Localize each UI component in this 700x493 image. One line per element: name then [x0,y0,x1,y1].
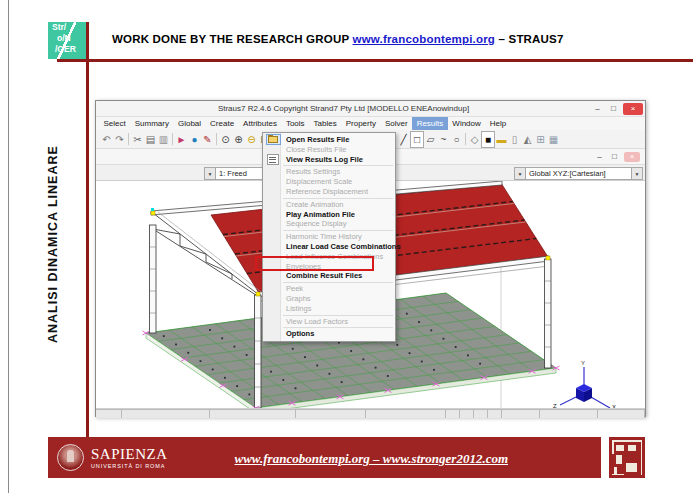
menu-item-view-results-log-file[interactable]: View Results Log File [263,155,395,165]
axis-triad: Y Z X [553,360,616,409]
folder-tool-icon[interactable]: ▬ [495,132,508,147]
beam-tool-icon[interactable]: ╱ [397,132,410,147]
toolbar-separator [465,133,466,145]
fb-stamp-logo [609,437,645,478]
menu-item-close-results-file: Close Results File [263,145,395,155]
menu-item-listings: Listings [263,304,395,314]
view-globe-icon[interactable]: ● [188,132,201,147]
quad-tool-icon[interactable]: ▱ [424,132,437,147]
combo-dropdown-icon[interactable]: ▼ [204,167,216,180]
circle-tool-icon[interactable]: ○ [450,132,463,147]
status-cell [296,409,366,418]
menu-attributes[interactable]: Attributes [239,117,282,130]
presentation-slide: Str/ o/N /GER WORK DONE BY THE RESEARCH … [0,0,700,493]
menu-summary[interactable]: Summary [130,117,173,130]
slide-title: WORK DONE BY THE RESEARCH GROUP www.fran… [112,33,687,45]
menu-property[interactable]: Property [341,117,380,130]
redo-icon[interactable]: ↷ [113,132,126,147]
status-cell [96,409,122,418]
slide-left-edge [8,0,9,493]
results-dropdown-menu: Open Results File Close Results File Vie… [262,132,396,342]
coord-system-value[interactable]: Global XYZ:[Cartesian] [526,167,638,180]
grid-tool-icon[interactable]: ⊞ [534,132,547,147]
axis-label-x: X [612,404,616,409]
draw-pencil-icon[interactable]: ✎ [201,132,214,147]
plate-tool-icon[interactable]: □ [410,131,424,148]
copy-icon[interactable]: ▤ [144,132,157,147]
cylinder-tool-icon[interactable]: ▯ [508,132,521,147]
menu-results[interactable]: Results [412,117,448,130]
doc-maximize-button[interactable]: □ [609,152,620,161]
status-cell [446,409,460,418]
menu-help[interactable]: Help [485,117,510,130]
menu-item-options[interactable]: Options [263,329,395,339]
slide-title-text: WORK DONE BY THE RESEARCH GROUP [112,33,349,45]
zoom-window-icon[interactable]: ⊙ [219,132,232,147]
combo-dropdown-icon[interactable]: ▼ [514,167,526,180]
close-button[interactable]: × [623,103,643,115]
menu-bar: Select Summary Global Create Attributes … [96,117,645,130]
status-cell [210,409,296,418]
menu-separator [283,282,393,283]
stronger-logo-line2: o/N [48,33,86,44]
stronger-logo-line1: Str/ [48,22,86,33]
menu-window[interactable]: Window [448,117,485,130]
status-cell [366,409,446,418]
menu-solver[interactable]: Solver [380,117,412,130]
paste-icon[interactable]: ▥ [157,132,170,147]
header-rule [57,59,693,62]
menu-item-view-load-factors: View Load Factors [263,317,395,327]
status-cell [122,409,210,418]
menu-global[interactable]: Global [173,117,205,130]
zoom-out-icon[interactable]: ⊖ [245,132,258,147]
erase-tool-icon[interactable]: ◇ [468,132,481,147]
menu-tools[interactable]: Tools [281,117,309,130]
header-link[interactable]: www.francobontempi.org [352,33,495,45]
side-section-label: ANALISI DINAMICA LINEARE [46,130,60,358]
stronger-logo: Str/ o/N /GER [48,22,86,59]
open-folder-icon [265,135,279,144]
minimize-button[interactable]: – [591,104,604,113]
axis-label-y: Y [581,360,585,366]
select-pointer-icon[interactable]: ► [175,132,188,147]
maximize-button[interactable]: □ [607,104,620,113]
cut-icon[interactable]: ✂ [131,132,144,147]
sapienza-emblem [57,444,84,471]
menu-item-displacement-scale: Displacement Scale [263,177,395,187]
menu-tables[interactable]: Tables [309,117,341,130]
menu-create[interactable]: Create [206,117,239,130]
doc-minimize-button[interactable]: – [594,152,605,161]
menu-item-graphs: Graphs [263,294,395,304]
status-cell [598,409,645,418]
footer-band: SAPIENZA UNIVERSITÀ DI ROMA www.francobo… [48,437,601,478]
extra-combo-arrow[interactable]: ▼ [631,167,643,180]
menu-separator [283,230,393,231]
university-name: SAPIENZA [91,447,168,462]
window-title: Straus7 R2.4.6 Copyright Strand7 Pty Ltd… [96,104,591,113]
menu-item-combine-result-files[interactable]: Combine Result Files [263,271,395,281]
coord-system-combo[interactable]: ▼ Global XYZ:[Cartesian] [514,167,638,180]
spline-tool-icon[interactable]: ~ [437,132,450,147]
doc-close-button[interactable]: × [624,152,640,162]
menu-item-harmonic-time-history: Harmonic Time History [263,232,395,242]
menu-item-open-results-file[interactable]: Open Results File [263,135,395,145]
menu-select[interactable]: Select [99,117,130,130]
status-cell [540,409,598,418]
footer-link[interactable]: www.francobontempi.org – www.stronger201… [235,451,509,466]
slide-title-suffix: – STRAUS7 [499,33,564,45]
menu-item-linear-load-case-combinations[interactable]: Linear Load Case Combinations [263,242,395,252]
prism-tool-icon[interactable]: ◭ [521,132,534,147]
log-file-icon [265,155,279,164]
combo-dropdown-icon[interactable]: ▼ [631,167,643,180]
zoom-in-icon[interactable]: ⊕ [232,132,245,147]
status-cell [474,409,488,418]
table-tool-icon[interactable]: ▦ [547,132,560,147]
menu-item-play-animation-file[interactable]: Play Animation File [263,210,395,220]
undo-icon[interactable]: ↶ [100,132,113,147]
fill-tool-icon[interactable]: ■ [481,131,495,148]
menu-item-results-settings: Results Settings [263,167,395,177]
status-bar [96,409,645,418]
menu-item-reference-displacement: Reference Displacement [263,187,395,197]
left-rule [86,22,89,437]
menu-separator [283,198,393,199]
